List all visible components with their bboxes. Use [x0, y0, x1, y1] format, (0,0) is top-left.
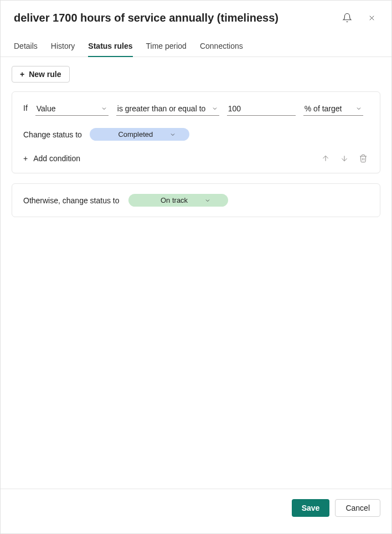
rule-actions — [320, 153, 369, 164]
value-dropdown-text: Value — [37, 104, 56, 113]
if-label: If — [23, 104, 28, 116]
plus-icon: + — [23, 155, 28, 162]
close-button[interactable] — [365, 12, 378, 24]
bell-icon — [342, 13, 352, 23]
status-pill-text: Completed — [118, 130, 153, 138]
change-status-label: Change status to — [23, 130, 82, 139]
cancel-button[interactable]: Cancel — [335, 499, 380, 517]
page-title: deliver 1700 hours of service annually (… — [14, 12, 278, 24]
chevron-down-icon — [101, 105, 107, 112]
rule-footer: + Add condition — [23, 152, 369, 165]
add-condition-button[interactable]: + Add condition — [23, 152, 80, 165]
new-rule-label: New rule — [29, 70, 61, 79]
save-button[interactable]: Save — [292, 499, 330, 517]
operator-dropdown[interactable]: is greater than or equal to — [116, 102, 219, 116]
delete-rule-button[interactable] — [358, 153, 369, 164]
operator-dropdown-text: is greater than or equal to — [117, 104, 206, 113]
plus-icon: + — [20, 70, 24, 78]
unit-dropdown-text: % of target — [305, 104, 342, 113]
otherwise-label: Otherwise, change status to — [23, 196, 120, 205]
chevron-down-icon — [204, 197, 211, 204]
status-dropdown-completed[interactable]: Completed — [90, 128, 189, 141]
close-icon — [368, 14, 376, 22]
condition-row: If Value is greater than or equal to % o… — [23, 102, 369, 116]
arrow-up-icon — [321, 154, 330, 163]
trash-icon — [359, 154, 368, 163]
change-status-row: Change status to Completed — [23, 128, 369, 141]
add-condition-label: Add condition — [33, 154, 80, 163]
move-down-button[interactable] — [339, 153, 350, 164]
tabs: Details History Status rules Time period… — [1, 36, 391, 57]
chevron-down-icon — [355, 105, 362, 112]
chevron-down-icon — [212, 105, 218, 112]
header-actions — [340, 11, 378, 25]
tab-history[interactable]: History — [51, 36, 75, 57]
new-rule-button[interactable]: + New rule — [12, 66, 70, 83]
value-dropdown[interactable]: Value — [35, 102, 109, 116]
tab-status-rules[interactable]: Status rules — [88, 36, 132, 57]
arrow-down-icon — [340, 154, 349, 163]
tab-details[interactable]: Details — [14, 36, 38, 57]
footer: Save Cancel — [1, 489, 391, 533]
chevron-down-icon — [169, 131, 176, 138]
unit-dropdown[interactable]: % of target — [303, 102, 363, 116]
status-dropdown-ontrack[interactable]: On track — [128, 194, 228, 207]
rule-card: If Value is greater than or equal to % o… — [12, 91, 380, 173]
content-area: + New rule If Value is greater than or e… — [1, 57, 391, 217]
tab-time-period[interactable]: Time period — [146, 36, 187, 57]
threshold-input[interactable] — [227, 102, 296, 116]
move-up-button[interactable] — [320, 153, 331, 164]
notifications-button[interactable] — [340, 11, 354, 25]
status-pill-text: On track — [161, 196, 188, 204]
tab-connections[interactable]: Connections — [200, 36, 243, 57]
otherwise-card: Otherwise, change status to On track — [12, 183, 380, 217]
